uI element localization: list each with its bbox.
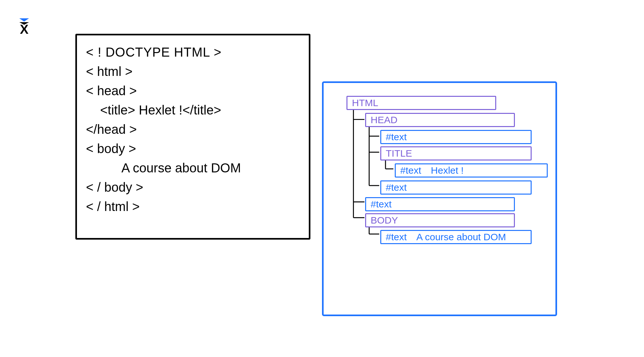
node-label: HEAD <box>371 114 397 125</box>
dom-element-node: BODY <box>365 213 515 227</box>
node-label: #text <box>400 165 421 176</box>
code-line: A course about DOM <box>86 158 300 178</box>
dom-text-node: #text <box>380 180 532 195</box>
node-label: #text <box>386 182 407 193</box>
code-text: </head > <box>86 122 137 136</box>
hexlet-logo-icon: X <box>16 18 32 37</box>
code-line: </head > <box>86 120 300 139</box>
dom-element-node: HTML <box>346 96 496 110</box>
code-line: < / body > <box>86 178 300 197</box>
node-label: TITLE <box>386 148 412 159</box>
code-line: <title> Hexlet !</title> <box>86 100 300 120</box>
code-text: <title> Hexlet !</title> <box>100 103 221 117</box>
node-label: #text <box>386 232 407 243</box>
code-text: < / body > <box>86 180 143 194</box>
code-text: A course about DOM <box>121 161 241 175</box>
dom-tree-panel: HTMLHEAD#textTITLE#textHexlet !#text#tex… <box>322 81 557 316</box>
dom-text-node: #textA course about DOM <box>380 230 532 244</box>
node-content: Hexlet ! <box>431 165 464 176</box>
code-line: < body > <box>86 139 300 158</box>
dom-text-node: #textHexlet ! <box>395 163 548 178</box>
code-text: < / html > <box>86 199 140 214</box>
code-text: < html > <box>86 64 133 78</box>
code-text: < body > <box>86 142 136 156</box>
code-text: < head > <box>86 84 137 98</box>
code-line: < html > <box>86 62 300 81</box>
code-text: < ! DOCTYPE HTML > <box>86 45 222 59</box>
node-label: #text <box>386 132 407 142</box>
dom-element-node: TITLE <box>380 146 532 160</box>
svg-marker-0 <box>19 18 29 22</box>
dom-text-node: #text <box>365 197 515 211</box>
html-source-panel: < ! DOCTYPE HTML >< html >< head ><title… <box>75 34 310 240</box>
dom-text-node: #text <box>380 130 532 144</box>
dom-element-node: HEAD <box>365 113 515 127</box>
diagram-stage: X < ! DOCTYPE HTML >< html >< head ><tit… <box>0 0 644 357</box>
node-label: BODY <box>371 215 398 226</box>
node-label: #text <box>371 199 392 210</box>
code-line: < ! DOCTYPE HTML > <box>86 42 300 62</box>
code-line: < / html > <box>86 197 300 216</box>
node-content: A course about DOM <box>416 232 506 243</box>
node-label: HTML <box>352 97 378 108</box>
code-line: < head > <box>86 81 300 100</box>
